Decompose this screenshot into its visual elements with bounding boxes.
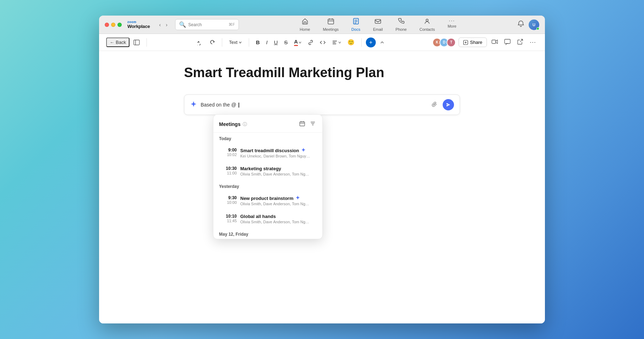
meeting-end-time: 11:00 (227, 171, 237, 175)
ai-attach-button[interactable] (430, 99, 439, 110)
nav-tab-docs-label: Docs (351, 27, 360, 31)
italic-button[interactable]: I (264, 38, 270, 47)
nav-tab-phone-label: Phone (396, 27, 407, 31)
meeting-name-row: Smart treadmill discussion (240, 148, 314, 153)
underline-icon: U (274, 39, 278, 45)
strikethrough-button[interactable]: S (282, 38, 290, 47)
meeting-item[interactable]: 9:00 10:02 Smart treadmill discussion Ke… (216, 144, 320, 162)
nav-tab-phone[interactable]: Phone (389, 16, 413, 34)
video-button[interactable] (490, 37, 500, 48)
bold-button[interactable]: B (253, 38, 262, 47)
cursor (238, 103, 239, 108)
nav-tab-email[interactable]: Email (367, 16, 389, 34)
meeting-item[interactable]: 10:30 11:00 Marketing strategy Olivia Sm… (216, 162, 320, 180)
ai-spark-icon (190, 100, 197, 109)
back-button[interactable]: ← Back (106, 38, 130, 47)
redo-button[interactable] (207, 38, 218, 47)
meeting-time: 9:30 10:00 (222, 195, 237, 205)
sidebar-toggle-button[interactable] (131, 38, 142, 47)
external-link-button[interactable] (515, 37, 525, 48)
section-yesterday: Yesterday (213, 180, 322, 191)
svg-point-3 (426, 19, 428, 21)
search-input[interactable] (188, 22, 224, 27)
nav-tabs: Home Meetings Docs Email (243, 16, 513, 34)
text-style-button[interactable]: Text (226, 38, 245, 47)
svg-rect-4 (134, 40, 139, 45)
svg-rect-2 (375, 19, 381, 23)
undo-button[interactable] (195, 38, 206, 47)
meetings-panel-title: Meetings (219, 121, 241, 127)
titlebar: zoom Workplace ‹ › 🔍 ⌘F Home Meetings (99, 16, 545, 34)
toolbar-divider-4 (361, 38, 362, 47)
app-window: zoom Workplace ‹ › 🔍 ⌘F Home Meetings (99, 16, 545, 323)
meetings-dropdown: Meetings ⓘ Today (213, 114, 323, 239)
share-label: Share (470, 40, 482, 45)
meetings-filter-icon[interactable] (309, 120, 317, 129)
underline-button[interactable]: U (271, 38, 280, 47)
code-button[interactable] (317, 38, 328, 47)
more-icon: ··· (449, 18, 455, 23)
meetings-icon (327, 18, 334, 27)
search-bar[interactable]: 🔍 ⌘F (175, 19, 239, 30)
meetings-info-icon[interactable]: ⓘ (243, 121, 247, 127)
meeting-title: New product brainstorm (240, 196, 293, 201)
meeting-start-time: 10:10 (226, 214, 237, 219)
doc-title: Smart Treadmill Marketing Plan (184, 65, 460, 80)
notifications-bell-icon[interactable] (517, 20, 524, 29)
text-color-button[interactable]: A (292, 37, 304, 48)
ai-input-container: Based on the @ Meetings ⓘ (184, 94, 460, 115)
text-style-label: Text (229, 40, 237, 45)
meeting-time: 10:10 11:45 (222, 214, 237, 223)
nav-tab-contacts[interactable]: Contacts (413, 16, 441, 34)
section-today: Today (213, 133, 322, 143)
chat-button[interactable] (502, 37, 512, 48)
contacts-icon (424, 18, 431, 27)
meeting-start-time: 9:00 (228, 148, 237, 153)
minimize-button[interactable] (111, 23, 115, 27)
collapse-button[interactable] (377, 38, 387, 47)
back-label: Back (116, 40, 126, 45)
ai-input-box[interactable]: Based on the @ (184, 94, 460, 115)
meeting-title: Global all hands (240, 214, 276, 219)
meeting-time: 10:30 11:00 (222, 166, 237, 175)
meeting-item[interactable]: 10:10 11:45 Global all hands Olivia Smit… (216, 210, 320, 228)
traffic-lights (105, 23, 122, 27)
back-arrow-icon: ← (110, 40, 114, 45)
color-bar (294, 45, 298, 46)
maximize-button[interactable] (117, 23, 122, 27)
ai-send-button[interactable] (443, 99, 454, 110)
home-icon (301, 18, 309, 27)
nav-tab-more[interactable]: ··· More (441, 16, 463, 34)
ai-input-text[interactable]: Based on the @ (201, 102, 426, 108)
brand-logo: zoom Workplace (127, 20, 150, 29)
nav-tab-more-label: More (448, 24, 456, 28)
font-color-icon: A (294, 39, 298, 46)
forward-arrow[interactable]: › (163, 21, 169, 29)
toolbar-center: Text B I U S A (151, 37, 431, 48)
align-button[interactable] (329, 38, 344, 47)
link-button[interactable] (305, 38, 316, 47)
toolbar-divider-2 (222, 38, 222, 47)
nav-tab-meetings-label: Meetings (323, 27, 339, 31)
close-button[interactable] (105, 23, 109, 27)
user-avatar[interactable]: U (529, 19, 539, 30)
meeting-info: Marketing strategy Olivia Smith, Dave An… (240, 166, 314, 176)
svg-rect-8 (300, 122, 305, 126)
strikethrough-icon: S (284, 39, 288, 45)
more-options-button[interactable]: ··· (528, 37, 538, 48)
toolbar-divider-3 (249, 38, 249, 47)
brand-name-label: Workplace (127, 24, 150, 29)
nav-tab-home-label: Home (300, 27, 310, 31)
meetings-calendar-icon[interactable] (298, 120, 306, 129)
emoji-button[interactable]: 🙂 (345, 37, 357, 47)
section-may12: May 12, Friday (213, 228, 322, 239)
nav-tab-home[interactable]: Home (293, 16, 316, 34)
meeting-item[interactable]: 9:30 10:00 New product brainstorm Olivia… (216, 192, 320, 209)
back-arrow[interactable]: ‹ (157, 21, 163, 29)
share-button[interactable]: Share (459, 38, 487, 47)
nav-tab-docs[interactable]: Docs (345, 16, 367, 34)
add-content-button[interactable]: + (366, 38, 376, 47)
meeting-info: New product brainstorm Olivia Smith, Dav… (240, 195, 314, 206)
svg-rect-0 (328, 19, 334, 24)
nav-tab-meetings[interactable]: Meetings (316, 16, 345, 34)
